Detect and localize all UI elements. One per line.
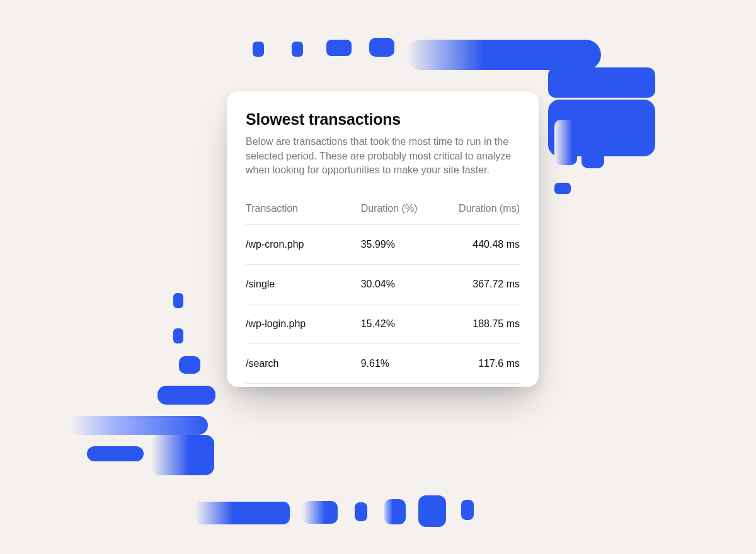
card-description: Below are transactions that took the mos… xyxy=(246,135,520,178)
cell-transaction: /wp-cron.php xyxy=(246,225,361,265)
decorative-blob xyxy=(195,502,290,524)
cell-duration-pct: 15.42% xyxy=(361,304,438,344)
slowest-transactions-card: Slowest transactions Below are transacti… xyxy=(227,91,539,387)
decorative-blob xyxy=(554,183,571,194)
decorative-blob xyxy=(384,499,406,524)
decorative-blob xyxy=(87,446,144,461)
decorative-blob xyxy=(369,38,394,57)
cell-duration-ms: 188.75 ms xyxy=(437,304,520,344)
cell-duration-pct: 35.99% xyxy=(361,225,438,265)
cell-duration-ms: 117.6 ms xyxy=(437,344,520,384)
card-title: Slowest transactions xyxy=(246,110,520,129)
decorative-blob xyxy=(179,356,200,374)
column-header-duration-pct: Duration (%) xyxy=(361,203,438,225)
table-row[interactable]: /search 9.61% 117.6 ms xyxy=(246,344,520,384)
cell-duration-pct: 30.04% xyxy=(361,265,438,304)
decorative-blob xyxy=(461,500,474,520)
column-header-duration-ms: Duration (ms) xyxy=(437,203,520,225)
decorative-blob xyxy=(69,416,208,435)
cell-transaction: /wp-login.php xyxy=(246,304,361,344)
decorative-blob xyxy=(326,40,352,56)
decorative-blob xyxy=(418,495,446,527)
cell-duration-ms: 440.48 ms xyxy=(437,225,520,265)
cell-duration-pct: 9.61% xyxy=(361,344,438,384)
table-row[interactable]: /single 30.04% 367.72 ms xyxy=(246,265,520,304)
decorative-blob xyxy=(253,42,264,57)
cell-duration-ms: 367.72 ms xyxy=(437,265,520,304)
decorative-blob xyxy=(554,120,577,165)
column-header-transaction: Transaction xyxy=(246,203,361,225)
decorative-blob xyxy=(406,40,601,70)
decorative-blob xyxy=(581,123,604,168)
decorative-blob xyxy=(173,293,183,308)
decorative-blob xyxy=(302,501,338,524)
decorative-blob xyxy=(173,328,183,343)
decorative-blob xyxy=(151,435,214,475)
transactions-table: Transaction Duration (%) Duration (ms) /… xyxy=(246,203,520,384)
cell-transaction: /search xyxy=(246,344,361,384)
decorative-blob xyxy=(292,42,303,57)
decorative-blob xyxy=(548,67,655,98)
decorative-blob xyxy=(355,502,367,521)
table-row[interactable]: /wp-login.php 15.42% 188.75 ms xyxy=(246,304,520,344)
cell-transaction: /single xyxy=(246,265,361,304)
table-row[interactable]: /wp-cron.php 35.99% 440.48 ms xyxy=(246,225,520,265)
decorative-blob xyxy=(158,386,215,405)
